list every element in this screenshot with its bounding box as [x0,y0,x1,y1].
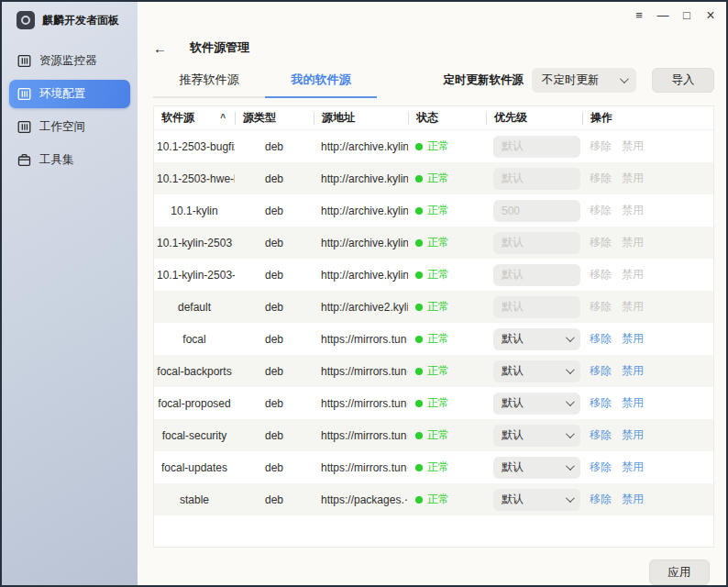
disable-link[interactable]: 禁用 [622,460,644,475]
remove-link[interactable]: 移除 [590,460,612,475]
actions-cell: 移除 禁用 [582,492,713,507]
table-row: focal-backports deb https://mirrors.tun⋯… [154,355,713,387]
window-maximize-icon[interactable]: □ [675,8,699,22]
priority-select: 默认 [493,296,580,318]
priority-cell: 默认 [486,425,582,447]
priority-cell: 默认 [486,136,582,158]
window-close-icon[interactable]: × [699,9,722,21]
column-header-priority: 优先级 [486,112,582,125]
column-header-source[interactable]: 软件源 ^ [154,112,235,125]
actions-cell: 移除 禁用 [582,299,713,315]
sort-ascending-icon[interactable]: ^ [220,113,226,123]
disable-link[interactable]: 禁用 [622,395,644,411]
source-name-cell: focal-updates [154,461,235,474]
window-menu-icon[interactable]: ≡ [627,8,651,22]
disable-link: 禁用 [622,203,644,218]
back-icon[interactable]: ← [153,40,177,56]
app-logo-icon [17,11,35,29]
sidebar-item-resource-monitor[interactable]: 资源监控器 [9,47,130,75]
toolbox-icon [17,153,31,167]
window-minimize-icon[interactable]: — [651,8,675,22]
status-dot-icon [415,432,423,439]
status-dot-icon [415,336,423,343]
source-url-cell: https://mirrors.tun⋯ [314,365,408,378]
table-body: 10.1-2503-bugfix-li⋯ deb http://archive.… [154,130,713,515]
priority-value: 默认 [502,235,524,250]
status-text: 正常 [427,427,449,443]
disable-link: 禁用 [622,235,644,250]
actions-cell: 移除 禁用 [582,427,713,443]
priority-cell: 默认 [486,360,582,382]
actions-cell: 移除 禁用 [582,138,713,154]
source-name-cell: 10.1-kylin-2503 [154,237,235,249]
remove-link[interactable]: 移除 [590,395,612,411]
priority-select[interactable]: 默认 [493,360,580,382]
remove-link: 移除 [590,138,612,154]
priority-select[interactable]: 默认 [493,457,580,479]
table-row: focal-proposed deb https://mirrors.tun⋯ … [154,387,713,419]
disable-link[interactable]: 禁用 [622,492,644,507]
source-type-cell: deb [235,301,314,314]
status-dot-icon [415,143,423,150]
status-text: 正常 [427,299,449,315]
priority-select[interactable]: 默认 [493,328,580,350]
source-name-cell: 10.1-2503-hwe-bug⋯ [154,172,235,185]
chevron-down-icon [566,365,575,374]
source-url-cell: https://mirrors.tun⋯ [314,333,408,346]
remove-link[interactable]: 移除 [590,427,612,443]
chevron-down-icon [566,333,575,342]
remove-link: 移除 [590,171,612,186]
tab-recommended-sources[interactable]: 推荐软件源 [153,72,265,98]
table-header-row: 软件源 ^ 源类型 源地址 状态 优先级 操作 [154,106,713,130]
disable-link[interactable]: 禁用 [622,331,644,347]
priority-select[interactable]: 默认 [493,425,580,447]
source-name-cell: 10.1-kylin [154,205,235,217]
source-type-cell: deb [235,205,314,217]
source-name-cell: focal-security [154,429,235,442]
chevron-down-icon [620,74,629,83]
remove-link[interactable]: 移除 [590,492,612,507]
table-row: default deb http://archive2.kyli⋯ 正常 默认 … [154,291,713,323]
priority-select[interactable]: 默认 [493,489,580,511]
content: ← 软件源管理 推荐软件源 我的软件源 定时更新软件源 不定时更新 导入 [138,28,726,585]
priority-select: 默认 [493,136,580,158]
chevron-down-icon [566,397,575,406]
schedule-select[interactable]: 不定时更新 [532,68,636,93]
status-dot-icon [415,175,423,183]
status-text: 正常 [427,395,449,411]
priority-value: 默认 [502,460,524,475]
source-name-cell: focal-backports [154,365,235,378]
disable-link[interactable]: 禁用 [622,427,644,443]
priority-select[interactable]: 默认 [493,393,580,415]
status-text: 正常 [427,267,449,282]
sidebar-item-workspace[interactable]: 工作空间 [9,113,130,141]
actions-cell: 移除 禁用 [582,203,713,218]
column-header-actions: 操作 [582,112,713,125]
apply-button[interactable]: 应用 [649,559,710,585]
source-type-cell: deb [235,493,314,506]
source-type-cell: deb [235,365,314,378]
disable-link[interactable]: 禁用 [622,363,644,379]
priority-cell: 默认 [486,393,582,415]
tab-my-sources[interactable]: 我的软件源 [265,72,377,98]
priority-value: 默认 [502,138,524,154]
actions-cell: 移除 禁用 [582,235,713,250]
sidebar-item-environment-config[interactable]: 环境配置 [9,80,130,108]
page-title: 软件源管理 [190,39,249,56]
sidebar-item-toolbox[interactable]: 工具集 [9,146,130,174]
remove-link: 移除 [590,267,612,282]
source-url-cell: https://mirrors.tun⋯ [314,397,408,410]
actions-cell: 移除 禁用 [582,331,713,347]
remove-link[interactable]: 移除 [590,331,612,347]
priority-cell: 默认 [486,264,582,286]
remove-link[interactable]: 移除 [590,363,612,379]
import-button[interactable]: 导入 [652,68,714,93]
chevron-down-icon [566,429,575,438]
priority-select: 默认 [493,168,580,190]
remove-link: 移除 [590,203,612,218]
priority-value: 默认 [502,267,524,282]
source-status-cell: 正常 [408,363,486,379]
priority-cell: 默认 [486,168,582,190]
table-row: focal deb https://mirrors.tun⋯ 正常 默认 移除 … [154,323,713,355]
source-type-cell: deb [235,172,314,185]
